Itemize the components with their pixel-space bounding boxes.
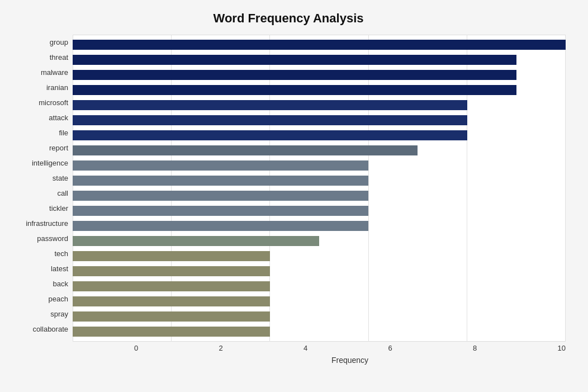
bar <box>73 70 516 80</box>
y-label: spray <box>50 310 68 318</box>
bar <box>73 130 467 140</box>
bar <box>73 160 368 171</box>
chart-title: Word Frequency Analysis <box>11 11 566 26</box>
y-label: threat <box>50 54 68 61</box>
x-axis-title: Frequency <box>134 356 566 365</box>
bar <box>73 115 467 125</box>
bars-wrapper <box>73 35 566 342</box>
bar-row <box>73 54 566 66</box>
y-label: group <box>50 39 68 46</box>
y-label: back <box>53 280 68 287</box>
chart-area: groupthreatmalwareiranianmicrosoftattack… <box>11 35 566 365</box>
y-label: password <box>37 235 68 242</box>
y-label: latest <box>51 265 68 272</box>
y-label: infrastructure <box>26 220 68 227</box>
bar-row <box>73 39 566 51</box>
bar-row <box>73 220 566 232</box>
bar-row <box>73 129 566 141</box>
bar <box>73 85 516 95</box>
bar-row <box>73 84 566 96</box>
y-label: malware <box>41 69 68 76</box>
bar <box>73 176 368 186</box>
y-label: file <box>59 129 68 136</box>
x-axis-container: 0246810 Frequency <box>134 342 566 365</box>
y-label: iranian <box>46 84 68 91</box>
x-tick-label: 0 <box>134 344 138 352</box>
y-label: report <box>49 144 68 152</box>
x-tick-label: 4 <box>304 344 307 352</box>
bar-row <box>73 190 566 202</box>
y-label: tech <box>54 250 68 257</box>
x-tick-label: 8 <box>473 344 477 352</box>
bar-row <box>73 235 566 247</box>
bar <box>73 236 319 246</box>
y-label: tickler <box>49 205 68 212</box>
bar <box>73 145 418 155</box>
bar-row <box>73 144 566 157</box>
bar <box>73 251 270 261</box>
y-label: collaborate <box>32 325 68 333</box>
bar <box>73 296 270 306</box>
y-labels: groupthreatmalwareiranianmicrosoftattack… <box>11 35 73 337</box>
bar <box>73 266 270 276</box>
bar-row <box>73 174 566 187</box>
y-label: intelligence <box>32 159 68 167</box>
bar-row <box>73 310 566 323</box>
y-label: call <box>57 190 68 197</box>
y-label: attack <box>49 114 68 121</box>
bar <box>73 100 467 110</box>
bar <box>73 221 368 231</box>
bar-row <box>73 250 566 262</box>
bar <box>73 40 566 50</box>
bar <box>73 311 270 322</box>
y-label: microsoft <box>39 99 68 106</box>
bar-row <box>73 265 566 277</box>
bar <box>73 206 368 216</box>
x-tick-labels: 0246810 <box>134 344 566 352</box>
bar-row <box>73 295 566 308</box>
y-label: peach <box>49 295 68 303</box>
chart-container: Word Frequency Analysis groupthreatmalwa… <box>0 0 588 392</box>
bar <box>73 55 516 65</box>
bar-row <box>73 325 566 338</box>
x-tick-label: 2 <box>219 344 223 352</box>
y-label: state <box>53 174 68 182</box>
bar-row <box>73 69 566 81</box>
bar-row <box>73 280 566 292</box>
bar <box>73 191 368 201</box>
bar <box>73 281 270 291</box>
x-tick-label: 6 <box>388 344 392 352</box>
bars-and-grid <box>73 35 566 342</box>
bar-row <box>73 114 566 126</box>
bar-row <box>73 205 566 217</box>
bar-row <box>73 99 566 111</box>
bar <box>73 327 270 337</box>
bar-row <box>73 159 566 172</box>
x-tick-label: 10 <box>558 344 566 352</box>
